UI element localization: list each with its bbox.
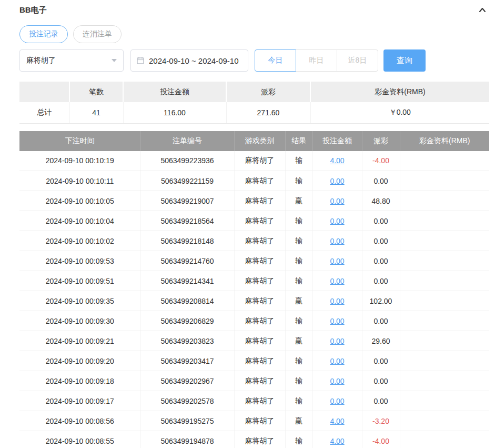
result-label: 输 [285, 311, 312, 331]
bet-amount-link[interactable]: 0.00 [330, 317, 344, 325]
bonus-value [400, 191, 489, 211]
summary-header-bonus: 彩金资料(RMB) [310, 82, 489, 102]
bet-time: 2024-09-10 00:09:51 [19, 271, 140, 291]
game-type: 麻将胡了 [234, 371, 285, 391]
payout-value: 48.80 [362, 191, 400, 211]
bet-amount-cell: 0.00 [312, 371, 362, 391]
bet-amount-link[interactable]: 4.00 [330, 437, 344, 445]
tabs: 投注记录 连消注单 [19, 25, 489, 43]
calendar-icon [136, 56, 145, 65]
records-table: 下注时间 注单编号 游戏类别 结果 投注金额 派彩 彩金资料(RMB) 2024… [19, 131, 489, 448]
order-id: 5063499203823 [140, 331, 234, 351]
payout-value: 0.00 [362, 391, 400, 411]
table-row: 2024-09-10 00:10:05 5063499219007 麻将胡了 赢… [19, 191, 489, 211]
bet-amount-cell: 0.00 [312, 211, 362, 231]
bet-time: 2024-09-10 00:10:19 [19, 151, 140, 171]
last-8-days-button[interactable]: 近8日 [337, 49, 378, 72]
bonus-value [400, 411, 489, 431]
order-id: 5063499195275 [140, 411, 234, 431]
bet-amount-link[interactable]: 0.00 [330, 177, 344, 185]
bonus-value [400, 291, 489, 311]
bet-time: 2024-09-10 00:08:56 [19, 411, 140, 431]
date-range-value: 2024-09-10 ~ 2024-09-10 [149, 56, 239, 65]
chevron-up-icon [478, 5, 487, 15]
table-row: 2024-09-10 00:10:19 5063499223936 麻将胡了 输… [19, 151, 489, 171]
summary-header-payout: 派彩 [226, 82, 310, 102]
bet-amount-cell: 0.00 [312, 191, 362, 211]
game-type: 麻将胡了 [234, 151, 285, 171]
bet-amount-link[interactable]: 0.00 [330, 357, 344, 365]
payout-value: 0.00 [362, 211, 400, 231]
page-title: BB电子 [19, 5, 47, 15]
bet-time: 2024-09-10 00:09:17 [19, 391, 140, 411]
summary-bonus: ￥0.00 [310, 102, 489, 123]
chevron-down-icon [112, 59, 117, 62]
records-header-bet: 投注金额 [312, 131, 362, 151]
bet-amount-cell: 4.00 [312, 431, 362, 448]
result-label: 输 [285, 351, 312, 371]
yesterday-button[interactable]: 昨日 [296, 49, 337, 72]
search-button[interactable]: 查询 [383, 49, 426, 72]
records-header-payout: 派彩 [362, 131, 400, 151]
bet-amount-link[interactable]: 0.00 [330, 297, 344, 305]
bonus-value [400, 391, 489, 411]
bet-amount-link[interactable]: 0.00 [330, 377, 344, 385]
bonus-value [400, 151, 489, 171]
tab-cancelled-orders[interactable]: 连消注单 [73, 25, 122, 43]
today-button[interactable]: 今日 [255, 49, 296, 72]
summary-payout: 271.60 [226, 102, 310, 123]
date-range-input[interactable]: 2024-09-10 ~ 2024-09-10 [130, 49, 248, 72]
bet-amount-link[interactable]: 0.00 [330, 277, 344, 285]
bet-time: 2024-09-10 00:09:20 [19, 351, 140, 371]
result-label: 输 [285, 231, 312, 251]
bet-amount-link[interactable]: 0.00 [330, 197, 344, 205]
result-label: 输 [285, 171, 312, 191]
summary-header-blank [19, 82, 69, 102]
bet-time: 2024-09-10 00:09:53 [19, 251, 140, 271]
bet-amount-cell: 0.00 [312, 311, 362, 331]
payout-value: -3.20 [362, 411, 400, 431]
bet-amount-cell: 0.00 [312, 271, 362, 291]
panel-header: BB电子 [19, 4, 489, 16]
game-type: 麻将胡了 [234, 271, 285, 291]
result-label: 输 [285, 391, 312, 411]
result-label: 输 [285, 251, 312, 271]
order-id: 5063499208814 [140, 291, 234, 311]
order-id: 5063499219007 [140, 191, 234, 211]
collapse-button[interactable] [478, 5, 489, 15]
game-type: 麻将胡了 [234, 191, 285, 211]
game-select[interactable]: 麻将胡了 [19, 49, 124, 72]
quick-date-group: 今日 昨日 近8日 [255, 49, 378, 72]
payout-value: 0.00 [362, 231, 400, 251]
payout-value: 102.00 [362, 291, 400, 311]
bet-amount-cell: 0.00 [312, 291, 362, 311]
records-header-result: 结果 [285, 131, 312, 151]
order-id: 5063499218148 [140, 231, 234, 251]
table-row: 2024-09-10 00:09:53 5063499214760 麻将胡了 输… [19, 251, 489, 271]
bet-amount-link[interactable]: 0.00 [330, 237, 344, 245]
bonus-value [400, 211, 489, 231]
payout-value: 0.00 [362, 371, 400, 391]
bet-time: 2024-09-10 00:09:18 [19, 371, 140, 391]
bet-amount-link[interactable]: 0.00 [330, 337, 344, 345]
bet-time: 2024-09-10 00:09:21 [19, 331, 140, 351]
result-label: 输 [285, 211, 312, 231]
payout-value: 0.00 [362, 271, 400, 291]
result-label: 赢 [285, 291, 312, 311]
bet-amount-cell: 0.00 [312, 331, 362, 351]
bet-amount-link[interactable]: 0.00 [330, 217, 344, 225]
bet-amount-link[interactable]: 4.00 [330, 156, 344, 165]
tab-bet-records[interactable]: 投注记录 [19, 25, 68, 43]
records-header-order: 注单编号 [140, 131, 234, 151]
bonus-value [400, 251, 489, 271]
bet-amount-link[interactable]: 0.00 [330, 257, 344, 265]
result-label: 输 [285, 371, 312, 391]
game-select-value: 麻将胡了 [26, 56, 56, 65]
bet-amount-cell: 0.00 [312, 251, 362, 271]
order-id: 5063499202578 [140, 391, 234, 411]
game-type: 麻将胡了 [234, 251, 285, 271]
bet-amount-link[interactable]: 4.00 [330, 417, 344, 425]
bet-amount-link[interactable]: 0.00 [330, 397, 344, 405]
table-row: 2024-09-10 00:09:20 5063499203417 麻将胡了 输… [19, 351, 489, 371]
payout-value: -4.00 [362, 151, 400, 171]
